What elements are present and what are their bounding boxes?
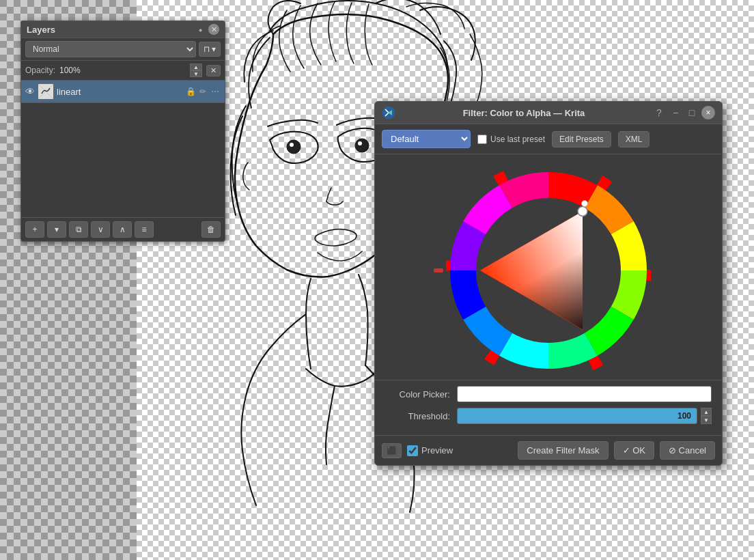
svg-marker-17 [480,211,583,329]
layer-edit-icon[interactable]: ✏ [197,86,208,97]
layer-properties-button[interactable]: ≡ [135,221,154,238]
threshold-fill [458,408,613,423]
move-down-button[interactable]: ∨ [91,221,110,238]
use-last-preset-checkbox[interactable] [477,135,487,144]
add-layer-button[interactable]: + [25,221,44,238]
layers-list: 👁 lineart 🔒 ✏ ⋯ [21,81,225,217]
preview-icon-button[interactable]: ⬛ [382,443,402,458]
filter-dialog-title: Filter: Color to Alpha — Krita [401,108,647,118]
color-wheel-container[interactable] [446,168,651,373]
color-indicator-dot [581,200,588,207]
minimize-button[interactable]: − [669,106,682,120]
preview-checkbox[interactable] [407,445,418,456]
layers-panel: Layers ⬥ ✕ Normal ⊓ ▾ Opacity: 100% ▲ ▼ … [20,20,225,242]
preview-label: Preview [421,445,453,456]
dialog-controls: ? − □ × [652,106,715,120]
layers-panel-title: Layers [27,25,55,35]
layers-titlebar: Layers ⬥ ✕ [21,21,225,38]
opacity-value: 100% [59,66,81,75]
layer-more-icon[interactable]: ⋯ [210,86,221,97]
layers-blend-controls: Normal ⊓ ▾ [21,38,225,61]
layer-lock-icon[interactable]: 🔒 [185,86,196,97]
svg-point-2 [355,139,369,152]
threshold-spinner: ▲ ▼ [701,408,712,424]
opacity-spinner: ▲ ▼ [190,64,202,77]
ok-button[interactable]: ✓ OK [614,441,654,460]
opacity-label: Opacity: [25,66,55,75]
filter-footer: ⬛ Preview Create Filter Mask ✓ OK ⊘ Canc… [375,435,722,465]
threshold-slider[interactable]: 100 [457,408,697,424]
threshold-up-button[interactable]: ▲ [701,408,712,416]
cancel-button[interactable]: ⊘ Cancel [660,441,715,460]
color-picker-label: Color Picker: [385,389,450,400]
color-wheel-area [375,154,722,380]
svg-point-3 [358,141,362,145]
krita-logo-icon [382,106,395,120]
close-dialog-button[interactable]: × [701,106,715,120]
filter-layers-button[interactable]: ⊓ ▾ [199,42,221,57]
help-button[interactable]: ? [652,106,666,120]
xml-button[interactable]: XML [618,131,650,148]
threshold-container: 100 ▲ ▼ [457,408,712,424]
blend-mode-select[interactable]: Normal [25,41,196,57]
layer-name: lineart [57,87,182,97]
preview-toggle: Preview [407,445,453,456]
use-last-preset-control: Use last preset [477,135,545,144]
preset-select[interactable]: Default [382,130,471,148]
color-picker-row: Color Picker: [385,386,712,402]
layers-close-button[interactable]: ✕ [208,24,219,35]
color-wheel-svg[interactable] [446,168,651,373]
use-last-preset-label: Use last preset [490,135,545,144]
threshold-value: 100 [678,411,691,421]
filter-dialog: Filter: Color to Alpha — Krita ? − □ × D… [374,101,723,466]
create-filter-mask-button[interactable]: Create Filter Mask [518,441,608,460]
opacity-up-button[interactable]: ▲ [190,64,202,70]
svg-point-0 [287,140,301,154]
pin-icon[interactable]: ⬥ [195,24,206,35]
opacity-down-button[interactable]: ▼ [190,70,202,77]
copy-layer-button[interactable]: ⧉ [69,221,88,238]
filter-titlebar: Filter: Color to Alpha — Krita ? − □ × [375,102,722,124]
layer-thumbnail [38,83,54,100]
threshold-down-button[interactable]: ▼ [701,416,712,424]
opacity-row: Opacity: 100% ▲ ▼ ✕ [21,61,225,81]
titlebar-icons: ⬥ ✕ [195,24,219,35]
filter-controls: Color Picker: Threshold: 100 ▲ ▼ [375,380,722,435]
svg-point-18 [578,206,587,216]
color-picker-input[interactable] [457,386,712,402]
move-up-button[interactable]: ∧ [113,221,132,238]
layer-actions: 🔒 ✏ ⋯ [185,86,221,97]
color-left-indicator [434,268,443,272]
restore-button[interactable]: □ [685,106,699,120]
threshold-row: Threshold: 100 ▲ ▼ [385,408,712,424]
layer-expand-button[interactable]: ▾ [47,221,66,238]
svg-point-1 [290,143,294,147]
layer-visibility-toggle[interactable]: 👁 [25,86,35,97]
layer-item[interactable]: 👁 lineart 🔒 ✏ ⋯ [21,81,225,103]
delete-layer-button[interactable]: 🗑 [201,221,221,238]
clear-opacity-button[interactable]: ✕ [206,65,221,76]
layers-footer: + ▾ ⧉ ∨ ∧ ≡ 🗑 [21,217,225,241]
edit-presets-button[interactable]: Edit Presets [552,131,611,148]
threshold-label: Threshold: [385,411,450,421]
filter-toolbar: Default Use last preset Edit Presets XML [375,124,722,154]
